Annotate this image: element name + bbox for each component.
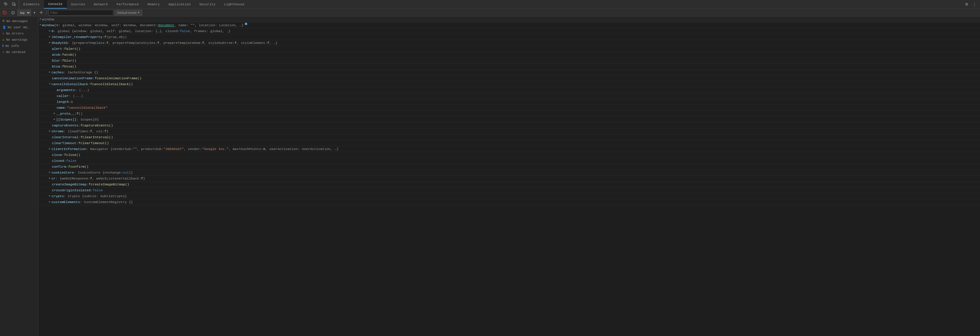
console-line: clearTimeout : f clearTimeout() [38,140,980,146]
main-area: ≡ No messages 👤 No user me… ✕ No errors … [0,16,980,336]
console-sidebar: ≡ No messages 👤 No user me… ✕ No errors … [0,16,38,336]
blue-dot-indicator [245,23,247,25]
preserve-log-button[interactable] [10,10,16,15]
console-line: customElements : CustomElementRegistry {… [38,199,980,205]
toolbar-divider [46,10,47,15]
expand-arrow[interactable] [49,35,51,40]
console-line: cancelIdleCallback : f cancelIdleCallbac… [38,81,980,87]
console-line: createImageBitmap : f createImageBitmap(… [38,182,980,187]
console-line: btoa : f btoa() [38,63,980,70]
console-line: clearInterval : f clearInterval() [38,135,980,140]
console-line: length : 1 [38,99,980,105]
console-line: blur : f blur() [38,58,980,63]
user-messages-icon: 👤 [2,25,6,29]
sidebar-item-verbose[interactable]: ✦ No verbose [0,49,38,55]
sidebar-item-warnings[interactable]: ⚠ No warnings [0,36,38,43]
verbose-icon: ✦ [2,50,5,54]
console-line: cancelAnimationFrame : f cancelAnimation… [38,76,980,81]
sidebar-item-user-messages[interactable]: 👤 No user me… [0,24,38,30]
sidebar-item-info[interactable]: ℹ No info [0,43,38,49]
tab-sources[interactable]: Sources [67,0,90,8]
console-line: caches : CacheStorage {} [38,70,980,76]
device-toggle-button[interactable] [11,2,17,7]
warnings-icon: ⚠ [2,38,5,41]
tab-elements[interactable]: Elements [19,0,44,8]
expand-arrow[interactable] [49,200,51,204]
expand-arrow[interactable] [49,129,51,134]
console-line: ShadyCSS : {prepareTemplate: f , prepare… [38,40,980,46]
expand-arrow[interactable] [49,82,51,87]
console-line: caller : (...) [38,93,980,99]
expand-arrow[interactable] [49,146,51,152]
sidebar-item-messages[interactable]: ≡ No messages [0,18,38,24]
console-line: chrome : {loadTimes: f , csi: f } [38,128,980,135]
tab-bar-right: ⚙ ⋮ [961,2,980,7]
console-line: close : f close() [38,152,980,158]
console-line: Window {0: global, window: Window, self:… [38,22,980,28]
settings-button[interactable]: ⚙ [964,2,970,7]
console-toolbar: 🚫 top ▾ 👁 Default levels ▾ [0,9,980,16]
devtools-icons [1,0,19,8]
eye-button[interactable]: 👁 [38,10,45,15]
tab-application[interactable]: Application [164,0,195,8]
console-output[interactable]: window Window {0: global, window: Window… [38,16,980,336]
console-line: name : "cancelIdleCallback" [38,105,980,111]
expand-arrow[interactable] [40,23,41,28]
expand-arrow[interactable] [49,193,51,199]
tab-security[interactable]: Security [195,0,220,8]
console-line: arguments : (...) [38,87,980,93]
console-line: closed : false [38,158,980,164]
messages-icon: ≡ [2,19,5,23]
expand-arrow[interactable] [49,170,51,175]
console-line: [[Scopes]] : Scopes[0] [38,117,980,123]
tab-lighthouse[interactable]: Lighthouse [220,0,249,8]
console-line: __proto__ : f () [38,111,980,117]
expand-arrow[interactable] [54,117,55,122]
expand-arrow[interactable] [49,70,51,75]
window-label: window [42,17,54,22]
console-line: clientInformation : Navigator {vendorSub… [38,146,980,152]
window-section-header: window [38,16,980,22]
expand-arrow[interactable] [49,40,51,45]
svg-point-8 [13,13,13,14]
filter-input[interactable] [48,10,113,16]
expand-arrow[interactable] [49,176,51,181]
info-icon: ℹ [2,44,3,48]
clear-console-button[interactable]: 🚫 [1,10,8,15]
svg-rect-0 [5,3,6,4]
console-line: cookieStore : CookieStore {onchange: nul… [38,170,980,176]
console-line: crypto : Crypto {subtle: SubtleCrypto} [38,193,980,199]
tab-memory[interactable]: Memory [143,0,164,8]
tab-network[interactable]: Network [90,0,112,8]
context-selector[interactable]: top [18,10,31,16]
svg-rect-4 [14,3,16,6]
console-line: crossOriginIsolated : false [38,187,980,193]
context-arrow-button[interactable]: ▾ [32,10,37,15]
tab-console[interactable]: Console [44,0,67,8]
console-line: 0 : global {window: global, self: global… [38,28,980,34]
expand-arrow[interactable] [49,29,51,33]
console-line: captureEvents : f captureEvents() [38,123,980,128]
sidebar-item-errors[interactable]: ✕ No errors [0,30,38,36]
tab-bar: Elements Console Sources Network Perform… [0,0,980,9]
expand-arrow[interactable] [54,111,55,116]
errors-icon: ✕ [2,32,5,35]
console-line: confirm : f confirm() [38,164,980,170]
log-levels-button[interactable]: Default levels ▾ [115,10,142,16]
tab-performance[interactable]: Performance [112,0,143,8]
console-line: cr : {webUIResponse: f , webUIListenerCa… [38,176,980,182]
console-line: alert : f alert() [38,46,980,52]
console-line: atob : f atob() [38,52,980,58]
inspect-element-button[interactable] [3,2,10,7]
console-line: JSCompiler_renameProperty : f (prop,obj) [38,34,980,40]
expand-window-arrow[interactable] [40,17,41,22]
more-options-button[interactable]: ⋮ [972,2,978,7]
